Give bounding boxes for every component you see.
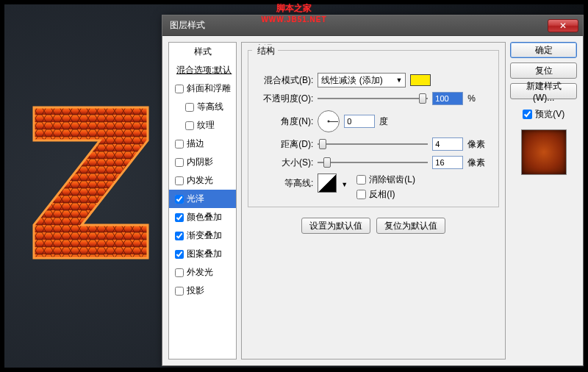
distance-label: 距离(D):: [256, 138, 313, 151]
blend-mode-value: 线性减淡 (添加): [321, 74, 382, 87]
style-item-label: 斜面和浮雕: [187, 82, 231, 95]
style-item[interactable]: 等高线: [169, 98, 236, 116]
dialog-buttons-panel: 确定 复位 新建样式(W)... 预览(V): [510, 42, 577, 360]
size-input[interactable]: 16: [432, 156, 463, 169]
antialias-checkbox[interactable]: [356, 175, 366, 185]
cancel-button[interactable]: 复位: [510, 62, 577, 79]
style-item[interactable]: 内阴影: [169, 153, 236, 171]
opacity-label: 不透明度(O):: [256, 93, 313, 105]
size-unit: 像素: [467, 157, 491, 169]
style-item[interactable]: 图案叠加: [169, 245, 236, 263]
opacity-unit: %: [467, 93, 491, 104]
style-item-label: 投影: [187, 285, 204, 297]
distance-input[interactable]: 4: [432, 137, 463, 151]
style-item[interactable]: 纹理: [169, 116, 236, 135]
style-checkbox[interactable]: [175, 85, 184, 93]
dialog-title: 图层样式: [170, 19, 205, 32]
titlebar[interactable]: 图层样式 ✕: [162, 15, 583, 36]
invert-label: 反相(I): [369, 188, 395, 201]
style-item-label: 内发光: [187, 174, 213, 187]
opacity-slider[interactable]: [318, 93, 428, 104]
preview-label: 预览(V): [535, 108, 564, 121]
style-item[interactable]: 投影: [169, 282, 236, 300]
style-item-label: 内阴影: [187, 156, 213, 168]
contour-picker[interactable]: [318, 174, 337, 193]
style-item[interactable]: 光泽: [169, 190, 236, 208]
invert-checkbox[interactable]: [356, 190, 366, 199]
close-icon: ✕: [559, 21, 567, 31]
preview-letter-z: [26, 100, 155, 265]
style-item[interactable]: 内发光: [169, 171, 236, 190]
opacity-input[interactable]: 100: [432, 92, 463, 105]
size-label: 大小(S):: [256, 157, 313, 169]
chevron-down-icon: ▼: [341, 181, 348, 188]
angle-dial[interactable]: [318, 110, 340, 132]
set-default-button[interactable]: 设置为默认值: [301, 218, 370, 234]
antialias-label: 消除锯齿(L): [369, 174, 415, 186]
structure-title: 结构: [254, 45, 278, 57]
reset-default-button[interactable]: 复位为默认值: [376, 218, 445, 234]
style-item[interactable]: 斜面和浮雕: [169, 79, 236, 98]
blend-options-default[interactable]: 混合选项:默认: [169, 61, 236, 79]
style-item[interactable]: 颜色叠加: [169, 208, 236, 226]
preview-thumbnail: [521, 129, 567, 175]
style-item[interactable]: 渐变叠加: [169, 226, 236, 245]
angle-input[interactable]: 0: [344, 115, 375, 128]
layer-style-dialog: 图层样式 ✕ 样式 混合选项:默认 斜面和浮雕等高线纹理描边内阴影内发光光泽颜色…: [162, 15, 584, 366]
style-item[interactable]: 外发光: [169, 263, 236, 282]
close-button[interactable]: ✕: [548, 19, 578, 32]
style-item-label: 描边: [187, 137, 204, 150]
style-checkbox[interactable]: [185, 121, 194, 130]
styles-header: 样式: [169, 43, 236, 61]
style-checkbox[interactable]: [175, 250, 184, 259]
style-checkbox[interactable]: [175, 232, 184, 240]
style-checkbox[interactable]: [175, 213, 184, 222]
new-style-button[interactable]: 新建样式(W)...: [510, 83, 577, 99]
style-item-label: 等高线: [197, 101, 223, 113]
watermark-line2: WWW.JB51.NET: [261, 14, 326, 25]
angle-unit: 度: [379, 115, 403, 128]
options-panel: 光泽 结构 混合模式(B): 线性减淡 (添加) ▼ 不透明度(O):: [241, 42, 506, 360]
style-checkbox[interactable]: [175, 268, 184, 277]
style-item-label: 外发光: [187, 266, 213, 279]
style-checkbox[interactable]: [175, 195, 184, 204]
distance-slider[interactable]: [318, 139, 428, 149]
preview-checkbox[interactable]: [523, 110, 532, 119]
style-item[interactable]: 描边: [169, 135, 236, 153]
ok-button[interactable]: 确定: [510, 42, 577, 58]
angle-label: 角度(N):: [256, 115, 313, 128]
blend-mode-select[interactable]: 线性减淡 (添加) ▼: [318, 73, 406, 87]
distance-unit: 像素: [467, 138, 491, 151]
style-checkbox[interactable]: [175, 140, 184, 149]
style-checkbox[interactable]: [175, 158, 184, 167]
blend-mode-label: 混合模式(B):: [256, 74, 313, 87]
structure-fieldset: 结构 混合模式(B): 线性减淡 (添加) ▼ 不透明度(O): 100 %: [248, 50, 499, 207]
chevron-down-icon: ▼: [395, 76, 402, 84]
watermark: 脚本之家 WWW.JB51.NET: [261, 1, 326, 25]
style-checkbox[interactable]: [175, 287, 184, 296]
contour-label: 等高线:: [256, 174, 313, 190]
style-item-label: 颜色叠加: [187, 211, 222, 223]
style-checkbox[interactable]: [185, 103, 194, 112]
watermark-line1: 脚本之家: [276, 3, 312, 13]
style-item-label: 图案叠加: [187, 248, 222, 260]
size-slider[interactable]: [318, 157, 428, 168]
color-swatch[interactable]: [410, 74, 431, 86]
style-item-label: 光泽: [187, 193, 204, 205]
styles-list-panel: 样式 混合选项:默认 斜面和浮雕等高线纹理描边内阴影内发光光泽颜色叠加渐变叠加图…: [168, 42, 237, 360]
style-checkbox[interactable]: [175, 176, 184, 185]
style-item-label: 纹理: [197, 119, 215, 132]
style-item-label: 渐变叠加: [187, 229, 222, 242]
